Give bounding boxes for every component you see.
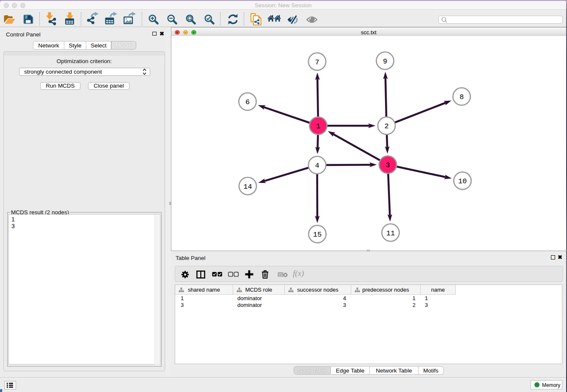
svg-text:10: 10 (458, 177, 467, 185)
svg-text:1: 1 (316, 122, 320, 130)
svg-text:6: 6 (245, 98, 250, 106)
svg-text:14: 14 (243, 183, 252, 191)
svg-text:4: 4 (315, 162, 319, 170)
svg-text:9: 9 (383, 58, 387, 66)
svg-text:15: 15 (313, 231, 322, 239)
svg-text:2: 2 (384, 122, 388, 130)
svg-text:8: 8 (460, 93, 464, 101)
svg-text:11: 11 (386, 229, 395, 237)
svg-text:3: 3 (385, 161, 390, 169)
svg-text:7: 7 (315, 58, 319, 66)
